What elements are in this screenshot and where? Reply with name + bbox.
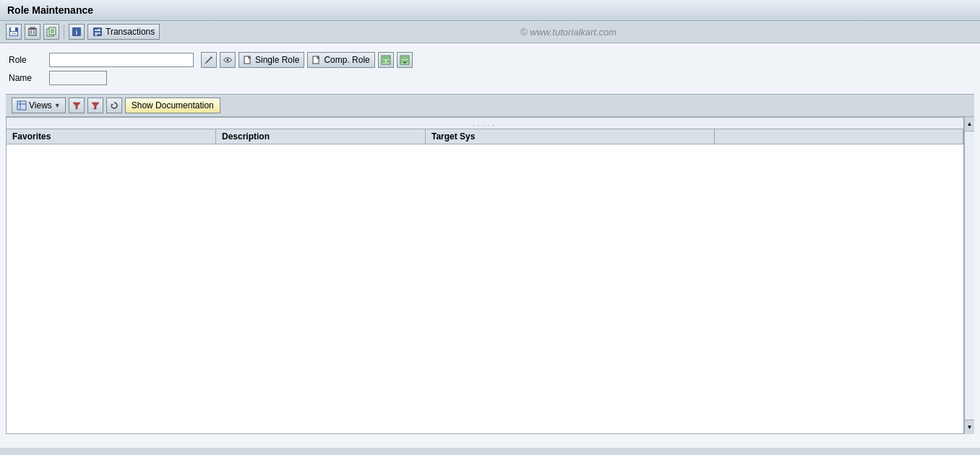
show-documentation-label: Show Documentation bbox=[132, 100, 214, 110]
role-input[interactable] bbox=[49, 53, 194, 67]
refresh-button[interactable] bbox=[106, 98, 122, 113]
right-scrollbar[interactable]: ▲ ▼ bbox=[964, 117, 974, 434]
svg-rect-3 bbox=[12, 32, 16, 35]
pencil-icon bbox=[205, 56, 213, 64]
role-label: Role bbox=[9, 55, 45, 65]
scrollbar-down-button[interactable]: ▼ bbox=[965, 420, 974, 434]
svg-rect-1 bbox=[11, 27, 15, 31]
svg-line-21 bbox=[206, 58, 211, 63]
svg-rect-4 bbox=[29, 29, 36, 35]
show-documentation-button[interactable]: Show Documentation bbox=[125, 98, 220, 113]
title-bar: Role Maintenance bbox=[0, 0, 980, 21]
transactions-icon bbox=[93, 27, 103, 37]
header-description: Description bbox=[216, 129, 426, 144]
delete-icon bbox=[27, 27, 38, 37]
single-role-button[interactable]: Single Role bbox=[238, 52, 304, 68]
svg-rect-39 bbox=[17, 101, 26, 110]
comp-role-doc-icon bbox=[312, 56, 321, 64]
role-actions: Single Role Comp. Role bbox=[201, 52, 413, 68]
name-row: Name bbox=[9, 71, 971, 85]
info-button[interactable]: i bbox=[69, 24, 85, 40]
svg-rect-32 bbox=[382, 60, 385, 63]
toolbar-separator-1 bbox=[64, 25, 64, 39]
svg-text:i: i bbox=[76, 29, 78, 36]
name-label: Name bbox=[9, 73, 45, 83]
edit-role-button[interactable] bbox=[201, 52, 217, 68]
data-grid: ..... Favorites Description Target Sys bbox=[6, 117, 964, 434]
svg-point-25 bbox=[227, 59, 229, 61]
content-wrapper: ..... Favorites Description Target Sys ▲ bbox=[6, 117, 974, 434]
main-toolbar: i Transactions © www.tutorialkart.com bbox=[0, 21, 980, 43]
views-dropdown-icon: ▼ bbox=[54, 102, 61, 109]
header-extra bbox=[715, 129, 963, 144]
comp-role-button[interactable]: Comp. Role bbox=[307, 52, 374, 68]
name-input[interactable] bbox=[49, 71, 107, 85]
svg-text:+: + bbox=[403, 59, 406, 65]
refresh-icon bbox=[110, 101, 119, 110]
filter-button-2[interactable] bbox=[87, 98, 103, 113]
scroll-up-icon: ▲ bbox=[967, 121, 973, 127]
main-area: ..... Favorites Description Target Sys bbox=[6, 117, 964, 434]
watermark-text: © www.tutorialkart.com bbox=[163, 27, 974, 38]
views-button[interactable]: Views ▼ bbox=[12, 98, 66, 113]
display-icon bbox=[223, 56, 232, 64]
svg-rect-16 bbox=[93, 27, 102, 36]
header-target-sys: Target Sys bbox=[426, 129, 715, 144]
main-content: Role bbox=[0, 43, 980, 448]
save-icon bbox=[9, 27, 19, 37]
svg-rect-33 bbox=[387, 60, 390, 63]
svg-marker-45 bbox=[111, 104, 113, 105]
role-row: Role bbox=[9, 52, 971, 68]
copy-button[interactable] bbox=[43, 24, 59, 40]
info-icon: i bbox=[72, 27, 82, 37]
grid-add-button[interactable]: + bbox=[397, 52, 413, 68]
comp-role-label: Comp. Role bbox=[324, 55, 369, 65]
grid-header-row: Favorites Description Target Sys bbox=[7, 129, 963, 144]
form-area: Role bbox=[6, 49, 974, 94]
scrollbar-up-button[interactable]: ▲ bbox=[965, 117, 974, 131]
transactions-button[interactable]: Transactions bbox=[87, 24, 160, 40]
grid-save-icon bbox=[381, 55, 391, 65]
header-favorites: Favorites bbox=[7, 129, 216, 144]
page-title: Role Maintenance bbox=[7, 4, 93, 16]
copy-icon bbox=[46, 27, 56, 37]
display-role-button[interactable] bbox=[220, 52, 236, 68]
views-label: Views bbox=[29, 100, 52, 110]
single-role-doc-icon bbox=[244, 56, 252, 64]
scrollbar-track[interactable] bbox=[965, 131, 974, 420]
svg-line-23 bbox=[205, 63, 206, 64]
secondary-toolbar: Views ▼ bbox=[6, 94, 974, 117]
single-role-label: Single Role bbox=[255, 55, 299, 65]
views-icon bbox=[17, 100, 27, 110]
svg-marker-42 bbox=[73, 103, 80, 109]
filter-button-1[interactable] bbox=[69, 98, 85, 113]
filter-icon bbox=[72, 101, 81, 110]
scroll-down-icon: ▼ bbox=[967, 424, 973, 430]
delete-button[interactable] bbox=[25, 24, 40, 40]
save-button[interactable] bbox=[6, 24, 22, 40]
grid-save-button[interactable] bbox=[378, 52, 394, 68]
svg-marker-43 bbox=[92, 103, 99, 109]
grid-dots-row: ..... bbox=[7, 118, 963, 129]
grid-add-icon: + bbox=[400, 55, 410, 65]
grid-body bbox=[7, 144, 963, 433]
transactions-label: Transactions bbox=[106, 27, 155, 37]
filter-settings-icon bbox=[91, 101, 100, 110]
svg-rect-31 bbox=[382, 56, 390, 59]
